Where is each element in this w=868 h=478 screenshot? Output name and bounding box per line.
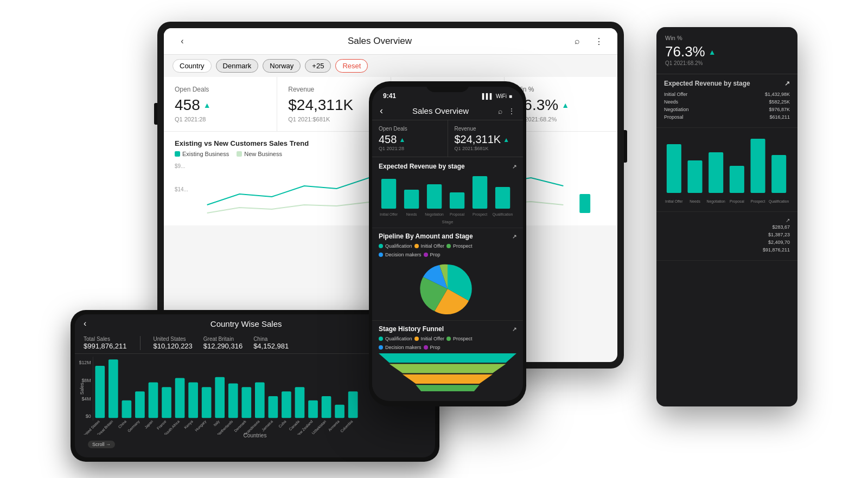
tablet-win-label: Win %: [515, 86, 607, 93]
svg-text:Uzbekistan: Uzbekistan: [311, 419, 327, 435]
phone-title: Sales Overview: [383, 106, 498, 115]
rp-val-3: $2,409,70: [664, 240, 790, 245]
rp-val-1: $283,67: [664, 224, 790, 230]
svg-text:Denmark: Denmark: [233, 419, 247, 432]
svg-text:Proposal: Proposal: [450, 212, 464, 217]
tablet-revenue-sub: Q1 2021:$681K: [288, 116, 379, 122]
phone-expected-revenue-title: Expected Revenue by stage ↗: [379, 163, 516, 170]
pie-legend-qualification: Qualification: [379, 243, 412, 249]
svg-rect-62: [381, 179, 396, 209]
tablet-more-button[interactable]: ⋮: [591, 34, 607, 49]
svg-text:Armenia: Armenia: [328, 419, 340, 432]
rp-bar-chart-svg: Initial Offer Needs Negotiation Proposal…: [664, 133, 790, 204]
phone-pipeline-title: Pipeline By Amount and Stage ↗: [379, 232, 516, 240]
svg-text:Hungary: Hungary: [194, 419, 207, 432]
rp-win-label: Win %: [665, 35, 789, 41]
filter-denmark-chip[interactable]: Denmark: [216, 59, 259, 73]
funnel-prop-dot: [424, 345, 428, 350]
svg-rect-5: [771, 155, 786, 193]
svg-text:Sales: Sales: [79, 383, 85, 395]
rp-win-sub: Q1 2021:68.2%: [665, 60, 789, 66]
funnel-qualification-dot: [379, 337, 383, 341]
filter-reset-chip[interactable]: Reset: [335, 59, 368, 73]
phone-revenue-kpi: Revenue $24,311K ▲ Q1 2021:$681K: [448, 120, 524, 157]
svg-rect-37: [308, 401, 318, 418]
rp-item-1: Initial Offer $1,432,98K: [664, 92, 790, 97]
svg-rect-64: [427, 184, 442, 209]
tablet-volume-button: [154, 103, 157, 125]
rp-win-value: 76.3% ▲: [665, 43, 789, 60]
funnel-legend-decision: Decision makers: [379, 345, 422, 350]
rp-bar-section: Initial Offer Needs Negotiation Proposal…: [656, 128, 797, 212]
phone-status-icons: ▌▌▌ WiFi ■: [482, 93, 512, 99]
tablet-open-deals-sub: Q1 2021:28: [175, 116, 266, 122]
phone-wifi-icon: WiFi: [496, 93, 507, 99]
svg-rect-23: [122, 401, 132, 418]
svg-rect-26: [162, 387, 171, 418]
lp-china-sales: China $4,152,981: [253, 336, 289, 350]
phone-open-deals-sub: Q1 2021:28: [379, 146, 441, 151]
svg-rect-15: [579, 194, 590, 213]
pie-legend-initial-offer: Initial Offer: [414, 243, 444, 249]
svg-rect-22: [108, 359, 118, 418]
phone-open-deals-value: 458 ▲: [379, 133, 441, 146]
svg-rect-1: [688, 160, 703, 193]
phone-search-button[interactable]: ⌕: [498, 107, 502, 115]
svg-rect-39: [335, 405, 344, 418]
svg-text:Needs: Needs: [406, 212, 417, 216]
tablet-open-deals-label: Open Deals: [175, 86, 266, 93]
svg-rect-30: [215, 377, 225, 418]
tablet-win-value: 76.3% ▲: [515, 96, 607, 114]
svg-rect-32: [241, 387, 251, 418]
filter-more-chip[interactable]: +25: [305, 59, 331, 73]
phone-revenue-label: Revenue: [455, 126, 517, 132]
tablet-search-button[interactable]: ⌕: [570, 34, 585, 49]
svg-text:Germany: Germany: [127, 419, 141, 433]
lp-scroll-button[interactable]: Scroll →: [88, 441, 115, 448]
tablet-revenue-label: Revenue: [288, 86, 379, 93]
phone-kpi-row: Open Deals 458 ▲ Q1 2021:28 Revenue $24,…: [372, 120, 523, 157]
rp-item-3: Negotiation $976,87K: [664, 107, 790, 112]
phone-screen: 9:41 ▌▌▌ WiFi ■ ‹ Sales Overview ⌕ ⋮: [372, 87, 523, 401]
rp-expected-revenue: Expected Revenue by stage ↗ Initial Offe…: [656, 74, 797, 128]
tablet-back-button[interactable]: ‹: [175, 34, 190, 49]
legend-existing-dot: [175, 151, 180, 157]
filter-norway-chip[interactable]: Norway: [263, 59, 301, 73]
tablet-title: Sales Overview: [190, 36, 570, 47]
lp-us-sales: United States $10,120,223: [154, 336, 193, 350]
svg-text:Cuba: Cuba: [278, 419, 287, 429]
phone-revenue-sub: Q1 2021:$681K: [455, 146, 517, 151]
phone-funnel-chart-svg: [379, 353, 516, 391]
svg-text:$8M: $8M: [81, 378, 91, 383]
funnel-legend-qualification: Qualification: [379, 336, 412, 341]
lp-total-sales: Total Sales $991,876,211: [84, 336, 127, 350]
rp-item-2: Needs $582,25K: [664, 99, 790, 105]
pie-prospect-dot: [446, 244, 451, 248]
svg-text:Initial Offer: Initial Offer: [380, 212, 398, 216]
phone-revenue-value: $24,311K ▲: [455, 133, 517, 146]
svg-rect-38: [322, 396, 331, 418]
lp-title: Country Wise Sales: [86, 319, 406, 328]
svg-marker-76: [403, 374, 493, 384]
svg-rect-27: [175, 378, 185, 418]
svg-rect-63: [404, 190, 419, 209]
lp-divider-1: [140, 336, 141, 350]
svg-rect-66: [473, 176, 487, 209]
filter-country-chip[interactable]: Country: [173, 59, 212, 73]
svg-text:Initial Offer: Initial Offer: [665, 199, 683, 203]
scene: Win % 76.3% ▲ Q1 2021:68.2% Expected Rev…: [0, 0, 868, 478]
funnel-legend-prop: Prop: [424, 345, 441, 350]
svg-rect-4: [751, 139, 765, 193]
tablet-open-deals-kpi: Open Deals 458 ▲ Q1 2021:28: [164, 77, 277, 131]
funnel-initial-dot: [414, 337, 419, 341]
legend-new: New Business: [237, 151, 282, 157]
svg-rect-0: [667, 144, 681, 193]
svg-text:$4M: $4M: [81, 396, 91, 402]
funnel-prospect-dot: [446, 337, 451, 341]
svg-text:$0: $0: [86, 414, 91, 419]
svg-text:Needs: Needs: [690, 199, 700, 203]
phone-bar-chart-svg: Initial Offer Needs Negotiation Proposal…: [379, 173, 516, 217]
svg-text:Qualification: Qualification: [769, 199, 789, 204]
svg-rect-33: [255, 382, 265, 418]
phone-more-button[interactable]: ⋮: [508, 107, 515, 115]
